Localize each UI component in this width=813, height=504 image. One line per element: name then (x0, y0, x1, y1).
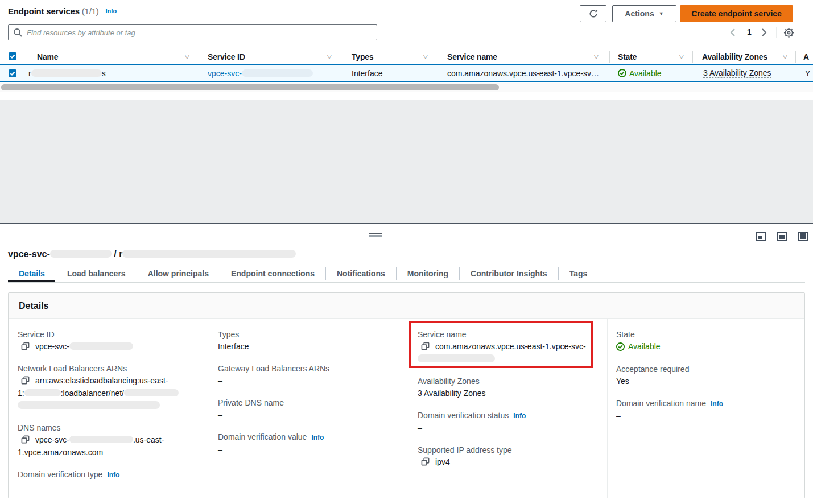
info-link[interactable]: Info (106, 7, 117, 14)
divider (209, 319, 209, 498)
copy-icon[interactable] (21, 341, 30, 350)
field-private-dns-name: Private DNS name – (218, 397, 399, 421)
search-input[interactable] (27, 28, 372, 37)
info-link[interactable]: Info (711, 400, 723, 408)
tab-tags[interactable]: Tags (559, 269, 599, 278)
copy-icon[interactable] (21, 435, 30, 443)
tab-endpoint-connections[interactable]: Endpoint connections (220, 269, 325, 278)
details-heading: Details (19, 301, 48, 311)
scrollbar-thumb[interactable] (1, 84, 499, 90)
column-header-availability-zones[interactable]: Availability Zones (702, 52, 767, 61)
divider (340, 51, 340, 63)
tab-details[interactable]: Details (8, 269, 56, 278)
cell-clipped: Y (805, 69, 810, 78)
redacted (31, 69, 102, 77)
sort-icon[interactable]: ▽ (185, 53, 189, 60)
copy-icon[interactable] (21, 375, 30, 384)
column-header-service-name[interactable]: Service name (447, 52, 497, 61)
panel-position-side-icon[interactable] (798, 232, 808, 241)
status-available-icon (618, 69, 626, 77)
tabs-border (8, 282, 805, 283)
divider (776, 27, 777, 38)
sort-icon[interactable]: ▽ (679, 53, 684, 60)
create-label: Create endpoint service (691, 9, 782, 18)
info-link[interactable]: Info (311, 433, 324, 441)
sort-icon[interactable]: ▽ (327, 53, 332, 60)
details-card: Details Service ID vpce-svc- Network Loa… (8, 292, 805, 498)
column-header-state[interactable]: State (618, 52, 637, 61)
field-domain-verification-value: Domain verification valueInfo – (218, 431, 399, 456)
redacted (242, 69, 313, 77)
select-all-checkbox[interactable] (9, 52, 16, 60)
status-available-icon (616, 342, 625, 351)
field-acceptance-required: Acceptance required Yes (616, 363, 796, 387)
divider (199, 51, 199, 63)
field-service-name: Service name com.amazonaws.vpce.us-east-… (418, 329, 597, 365)
field-dns-names: DNS names vpce-svc-.us-east- 1.vpce.amaz… (18, 422, 205, 458)
sort-icon[interactable]: ▽ (423, 53, 428, 60)
previous-page-icon[interactable] (730, 28, 736, 37)
field-availability-zones: Availability Zones 3 Availability Zones (418, 375, 597, 399)
sort-icon[interactable]: ▽ (594, 53, 599, 60)
copy-icon[interactable] (421, 341, 430, 350)
table-row[interactable]: rs vpce-svc- Interface com.amazonaws.vpc… (0, 64, 813, 82)
column-header-name[interactable]: Name (37, 52, 58, 61)
refresh-icon (589, 9, 598, 18)
actions-button[interactable]: Actions ▼ (612, 5, 676, 22)
page-title-text: Endpoint services (8, 6, 80, 16)
chevron-down-icon: ▼ (659, 11, 664, 16)
tab-notifications[interactable]: Notifications (326, 269, 396, 278)
panel-position-bottom-icon[interactable] (756, 232, 766, 241)
details-column-1: Service ID vpce-svc- Network Load Balanc… (18, 329, 205, 503)
column-header-service-id[interactable]: Service ID (208, 52, 245, 61)
sort-icon[interactable]: ▽ (783, 53, 787, 60)
divider (607, 319, 608, 498)
endpoint-services-page: Endpoint services (1/1) Info Actions ▼ C… (0, 0, 813, 504)
horizontal-scrollbar (0, 83, 813, 92)
cell-availability-zones[interactable]: 3 Availability Zones (703, 68, 771, 77)
redacted (24, 389, 61, 396)
search-box[interactable] (8, 24, 377, 40)
availability-zones-link[interactable]: 3 Availability Zones (418, 389, 486, 398)
field-domain-verification-name: Domain verification nameInfo – (616, 398, 796, 422)
column-header-types[interactable]: Types (352, 52, 373, 61)
redacted (18, 401, 160, 409)
panel-drag-handle[interactable] (369, 235, 382, 237)
redacted (50, 250, 112, 258)
info-link[interactable]: Info (513, 412, 526, 420)
page-background (0, 100, 813, 223)
cell-service-id-link[interactable]: vpce-svc- (208, 69, 313, 78)
actions-label: Actions (625, 9, 654, 18)
tab-contributor-insights[interactable]: Contributor Insights (460, 269, 558, 278)
search-icon (13, 28, 22, 37)
copy-icon[interactable] (421, 457, 430, 465)
divider (408, 319, 408, 498)
panel-position-split-icon[interactable] (777, 232, 787, 241)
cell-state: Available (618, 69, 662, 78)
field-domain-verification-status: Domain verification statusInfo – (418, 410, 597, 434)
panel-drag-handle[interactable] (369, 233, 382, 234)
column-header-clipped[interactable]: A (803, 52, 809, 61)
row-checkbox[interactable] (9, 69, 16, 77)
redacted (124, 389, 179, 396)
field-supported-ip: Supported IP address type ipv4 (418, 444, 597, 468)
info-link[interactable]: Info (107, 471, 119, 479)
details-column-2: Types Interface Gateway Load Balancers A… (218, 329, 399, 466)
field-glb-arns: Gateway Load Balancers ARNs – (218, 363, 399, 387)
redacted (418, 354, 495, 362)
create-endpoint-service-button[interactable]: Create endpoint service (680, 5, 793, 22)
cell-name: rs (28, 69, 106, 78)
tab-monitoring[interactable]: Monitoring (397, 269, 459, 278)
field-nlb-arns: Network Load Balancers ARNs arn:aws:elas… (18, 363, 205, 412)
details-column-3: Service name com.amazonaws.vpce.us-east-… (418, 329, 597, 478)
page-number[interactable]: 1 (747, 27, 752, 36)
cell-types: Interface (352, 69, 382, 78)
cell-service-name: com.amazonaws.vpce.us-east-1.vpce-sv… (447, 69, 599, 78)
refresh-button[interactable] (580, 5, 606, 22)
settings-gear-icon[interactable] (783, 27, 794, 38)
redacted (122, 250, 296, 258)
tab-load-balancers[interactable]: Load balancers (56, 269, 137, 278)
next-page-icon[interactable] (761, 28, 767, 37)
details-card-header: Details (9, 293, 804, 319)
tab-allow-principals[interactable]: Allow principals (137, 269, 220, 278)
